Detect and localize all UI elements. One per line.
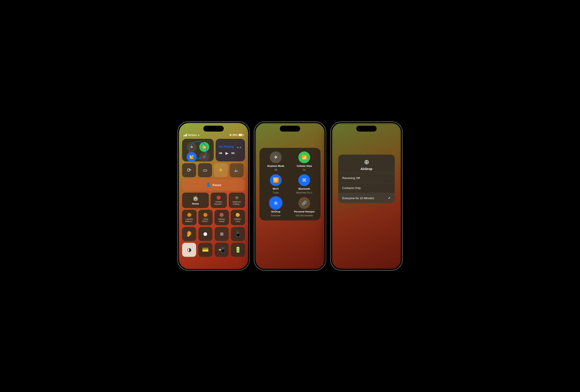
- wifi-net-label: Wi-Fi: [273, 188, 279, 190]
- now-playing-tile[interactable]: Not Playing ▲▲ ⏮ ▶ ⏭: [216, 139, 245, 161]
- airdrop-wrap: ⊕: [270, 197, 282, 209]
- living-label: Living Christ...: [200, 218, 211, 222]
- focus-label: Focus: [213, 183, 221, 187]
- brightness-btn[interactable]: ☀: [214, 163, 228, 177]
- cellular-btn[interactable]: 📶: [199, 142, 209, 152]
- everyone-label: Everyone for 10 Minutes: [342, 196, 374, 200]
- laundry-icon: 🟠: [187, 213, 192, 217]
- wifi-icon: 🛜: [189, 155, 194, 159]
- wallet-btn[interactable]: 💳: [198, 243, 212, 257]
- connectivity-grid: ✈ 📶 🛜 ⌘: [183, 140, 212, 160]
- cc-row-home1: 🏠 Home 🔴 Kitchen HomePr... ✳️ Bedroom Ce…: [182, 193, 245, 208]
- net-item-cellular[interactable]: 📶 Cellular Data On: [291, 151, 317, 171]
- airdrop-net-sublabel: Everyone: [271, 214, 281, 217]
- airplane-net-sublabel: Off: [274, 169, 277, 171]
- location-icon: ▶: [230, 133, 232, 136]
- phone-3: ⊕ AirDrop Receiving Off Contacts Only Ev…: [330, 121, 403, 271]
- hearing-icon: 👂: [186, 231, 192, 237]
- volume-btn[interactable]: 🔈: [230, 163, 244, 177]
- home-tile-bedroom[interactable]: ✳️ Bedroom Ceiling...: [229, 193, 245, 208]
- airplane-btn[interactable]: ✈: [187, 142, 197, 152]
- laundry-label: Laundry Battery...: [183, 218, 195, 222]
- airdrop-menu-title: AirDrop: [361, 167, 372, 171]
- media-controls: ⏮ ▶ ⏭: [219, 151, 242, 155]
- screen-lock-icon: ⟳: [187, 167, 191, 173]
- screen-lock-btn[interactable]: ⟳: [182, 163, 196, 177]
- wifi-btn[interactable]: 🛜: [187, 152, 197, 162]
- home-tile-kitchen[interactable]: 🔴 Kitchen HomePr...: [211, 193, 227, 208]
- bedroom-label: Bedroom Ceiling...: [230, 201, 244, 205]
- net-item-hotspot[interactable]: 🔗 Personal Hotspot Not Discoverable: [291, 197, 317, 217]
- bluetooth-btn[interactable]: ⌘: [199, 152, 209, 162]
- receiving-off-label: Receiving Off: [342, 176, 360, 180]
- battery-indicator-icon: 🔋: [235, 247, 241, 253]
- airplane-net-icon: ✈: [274, 154, 278, 160]
- home-tile-living[interactable]: 🟠 Living Christ...: [198, 210, 213, 225]
- cans-icon: 🟡: [236, 213, 240, 217]
- remote-btn[interactable]: 📱: [231, 227, 245, 241]
- net-item-wifi[interactable]: 🛜 Wi-Fi Tucks: [263, 174, 289, 194]
- remote-icon: 📱: [235, 231, 241, 237]
- calculator-btn[interactable]: ⊞: [215, 227, 229, 241]
- cc-row-2: ⟳ ▭ ☀ 🔈: [182, 163, 245, 177]
- battery-btn[interactable]: 🔋: [231, 243, 245, 257]
- island-icon: 🟤: [219, 213, 224, 217]
- prev-btn[interactable]: ⏮: [219, 151, 222, 155]
- airdrop-option-contacts[interactable]: Contacts Only: [338, 183, 395, 193]
- hotspot-wrap: 🔗: [298, 197, 310, 209]
- cellular-net-sublabel: On: [303, 169, 306, 171]
- cans-label: Kitchen Cans: [232, 218, 244, 222]
- airdrop-net-label: AirDrop: [271, 210, 281, 213]
- wallet-icon: 💳: [202, 247, 209, 253]
- next-btn[interactable]: ⏭: [231, 151, 235, 155]
- now-playing-label: Not Playing: [219, 145, 234, 148]
- dynamic-island-2: [280, 126, 300, 132]
- home-tile-main[interactable]: 🏠 Home: [182, 193, 209, 208]
- wifi-status-icon: ▲: [197, 134, 200, 136]
- cellular-wrap: 📶: [298, 151, 310, 163]
- net-item-bluetooth[interactable]: ⌘ Bluetooth MichPods Pro 2: [291, 174, 317, 194]
- appearance-btn[interactable]: ◑: [182, 243, 196, 257]
- screen-record-btn[interactable]: ⏺: [198, 227, 212, 241]
- airdrop-net-icon: ⊕: [274, 200, 278, 206]
- kitchen-icon: 🔴: [216, 196, 221, 200]
- mirror-btn[interactable]: ▭: [198, 163, 212, 177]
- hearing-btn[interactable]: 👂: [182, 227, 196, 241]
- wifi-wrap: 🛜: [270, 174, 282, 186]
- contacts-only-label: Contacts Only: [342, 186, 361, 190]
- battery-icon: [238, 134, 244, 136]
- bt-net-label: Bluetooth: [298, 188, 310, 190]
- appstore-btn[interactable]: 📲: [215, 243, 229, 257]
- scene: Verizon ▲ ▶ 85%: [173, 117, 407, 275]
- home-tile-laundry[interactable]: 🟠 Laundry Battery...: [182, 210, 197, 225]
- appstore-icon: 📲: [218, 247, 225, 253]
- home-tile-cans[interactable]: 🟡 Kitchen Cans: [231, 210, 245, 225]
- connectivity-tile[interactable]: ✈ 📶 🛜 ⌘: [182, 139, 214, 161]
- battery-label: 85%: [233, 134, 238, 136]
- airplane-net-label: Airplane Mode: [267, 165, 284, 167]
- airdrop-menu: ⊕ AirDrop Receiving Off Contacts Only Ev…: [338, 155, 395, 203]
- status-bar-1: Verizon ▲ ▶ 85%: [179, 133, 248, 136]
- home-icon: 🏠: [192, 196, 199, 201]
- cellular-icon: 📶: [202, 145, 206, 149]
- play-btn[interactable]: ▶: [226, 151, 228, 155]
- cc-row-toolbar: 👂 ⏺ ⊞ 📱: [182, 227, 245, 241]
- calculator-icon: ⊞: [220, 231, 224, 236]
- kitchen-label: Kitchen HomePr...: [212, 201, 226, 205]
- signal-icon: [183, 134, 187, 136]
- home-tile-island[interactable]: 🟤 Kitchen Island: [214, 210, 229, 225]
- status-right: ▶ 85%: [230, 133, 244, 136]
- control-center: ✈ 📶 🛜 ⌘: [182, 139, 245, 266]
- cc-row-1: ✈ 📶 🛜 ⌘: [182, 139, 245, 161]
- net-item-airdrop[interactable]: ⊕ AirDrop Everyone: [263, 197, 289, 217]
- phone-1: Verizon ▲ ▶ 85%: [177, 121, 250, 271]
- record-icon: ⏺: [203, 231, 208, 237]
- airdrop-option-everyone[interactable]: Everyone for 10 Minutes ✓: [338, 193, 395, 203]
- bedroom-icon: ✳️: [235, 196, 239, 200]
- net-item-airplane[interactable]: ✈ Airplane Mode Off: [263, 151, 289, 171]
- airdrop-option-off[interactable]: Receiving Off: [338, 173, 395, 183]
- focus-tile[interactable]: 👤 Focus: [182, 179, 245, 191]
- cc-row-home2: 🟠 Laundry Battery... 🟠 Living Christ... …: [182, 210, 245, 225]
- airdrop-header: ⊕ AirDrop: [338, 155, 395, 173]
- status-left: Verizon ▲: [183, 134, 200, 136]
